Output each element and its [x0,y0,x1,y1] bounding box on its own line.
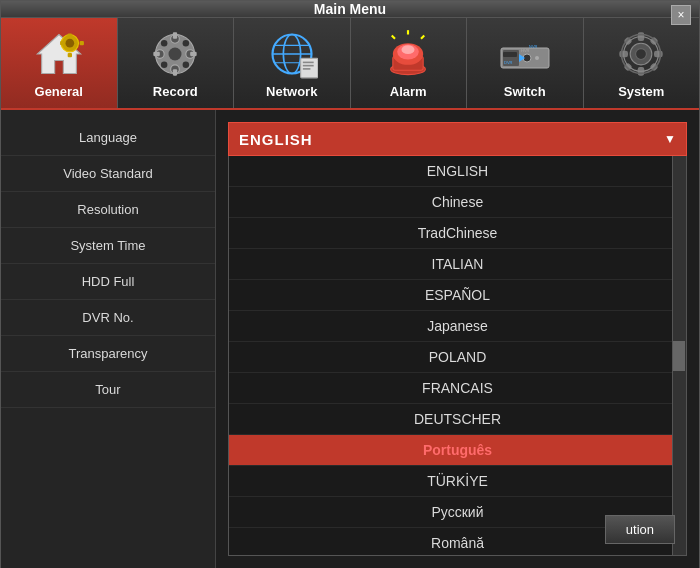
switch-icon: DVR NVR HVR [499,28,551,80]
svg-line-36 [421,35,424,38]
close-button[interactable]: × [671,5,691,25]
svg-text:DVR: DVR [504,60,513,65]
svg-point-8 [169,47,182,60]
language-option-francais[interactable]: FRANCAIS [229,373,686,404]
main-window: Main Menu × General [0,0,700,568]
nav-item-general[interactable]: General [1,18,118,108]
nav-label-general: General [35,84,83,99]
sidebar-item-hdd-full[interactable]: HDD Full [1,264,215,300]
general-icon [33,28,85,80]
record-icon [149,28,201,80]
nav-bar: General [1,18,699,110]
language-option-trad-chinese[interactable]: TradChinese [229,218,686,249]
action-button[interactable]: ution [605,515,675,544]
sidebar-item-transparency[interactable]: Transparency [1,336,215,372]
title-bar: Main Menu × [1,1,699,18]
window-title: Main Menu [314,1,386,17]
nav-item-system[interactable]: System [584,18,700,108]
svg-point-18 [161,39,168,45]
language-option-italian[interactable]: ITALIAN [229,249,686,280]
language-list-inner: ENGLISHChineseTradChineseITALIANESPAÑOLJ… [229,156,686,556]
svg-point-34 [402,45,415,54]
language-option-espanol[interactable]: ESPAÑOL [229,280,686,311]
scrollbar-thumb[interactable] [673,341,685,371]
nav-label-switch: Switch [504,84,546,99]
dropdown-arrow-icon: ▼ [664,132,676,146]
nav-label-system: System [618,84,664,99]
svg-rect-42 [503,52,517,57]
language-option-poland[interactable]: POLAND [229,342,686,373]
main-content: ENGLISH ▼ ENGLISHChineseTradChineseITALI… [216,110,699,568]
svg-rect-6 [79,41,83,45]
svg-line-37 [392,35,395,38]
svg-rect-16 [190,51,197,55]
svg-point-19 [183,61,190,67]
svg-rect-5 [60,41,64,45]
alarm-icon [382,28,434,80]
svg-rect-13 [173,32,177,38]
language-option-english[interactable]: ENGLISH [229,156,686,187]
svg-text:HVR: HVR [521,48,530,53]
sidebar-item-system-time[interactable]: System Time [1,228,215,264]
svg-text:NVR: NVR [529,44,538,49]
system-icon [615,28,667,80]
sidebar: Language Video Standard Resolution Syste… [1,110,216,568]
language-option-deutscher[interactable]: DEUTSCHER [229,404,686,435]
sidebar-item-tour[interactable]: Tour [1,372,215,408]
scrollbar-track[interactable] [672,156,686,555]
svg-point-20 [161,61,168,67]
language-option-chinese[interactable]: Chinese [229,187,686,218]
content-area: Language Video Standard Resolution Syste… [1,110,699,568]
sidebar-item-dvr-no[interactable]: DVR No. [1,300,215,336]
language-dropdown-list[interactable]: ENGLISHChineseTradChineseITALIANESPAÑOLJ… [228,156,687,556]
language-dropdown-header[interactable]: ENGLISH ▼ [228,122,687,156]
svg-rect-15 [154,51,161,55]
sidebar-item-video-standard[interactable]: Video Standard [1,156,215,192]
network-icon [266,28,318,80]
svg-point-17 [183,39,190,45]
svg-point-41 [535,56,539,60]
svg-rect-29 [303,68,311,70]
svg-rect-4 [67,52,71,56]
sidebar-item-resolution[interactable]: Resolution [1,192,215,228]
svg-rect-26 [300,58,317,77]
nav-item-switch[interactable]: DVR NVR HVR Switch [467,18,584,108]
nav-label-record: Record [153,84,198,99]
svg-rect-28 [303,64,314,66]
nav-label-network: Network [266,84,317,99]
nav-item-record[interactable]: Record [118,18,235,108]
sidebar-item-language[interactable]: Language [1,120,215,156]
language-option-turkiye[interactable]: TÜRKİYE [229,466,686,497]
svg-rect-27 [303,61,314,63]
nav-item-alarm[interactable]: Alarm [351,18,468,108]
svg-rect-3 [67,33,71,37]
svg-point-2 [65,38,74,47]
svg-point-48 [636,48,647,59]
language-selected-value: ENGLISH [239,131,313,148]
language-option-japanese[interactable]: Japanese [229,311,686,342]
language-option-portugues[interactable]: Português [229,435,686,466]
nav-item-network[interactable]: Network [234,18,351,108]
nav-label-alarm: Alarm [390,84,427,99]
svg-rect-14 [173,69,177,76]
